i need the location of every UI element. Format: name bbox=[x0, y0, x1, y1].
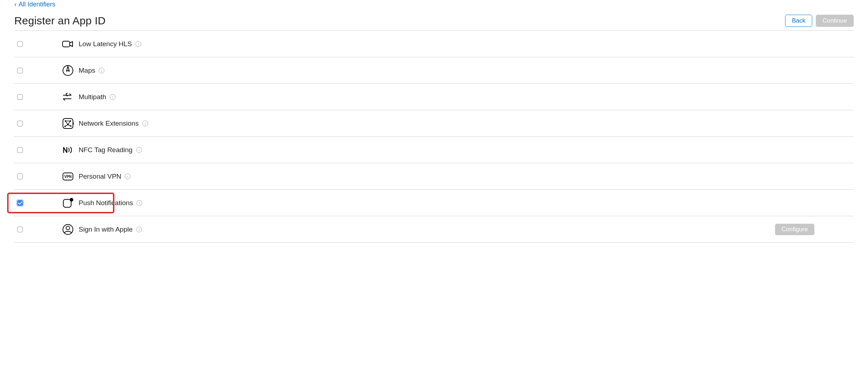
capability-row-push-notifications: Push Notificationsi bbox=[14, 190, 854, 216]
capability-checkbox-network-extensions[interactable] bbox=[17, 121, 23, 126]
person-circle-icon bbox=[62, 223, 74, 236]
capability-label: Sign In with Apple bbox=[79, 226, 133, 233]
capability-checkbox-low-latency-hls[interactable] bbox=[17, 41, 23, 47]
capability-row-personal-vpn: Personal VPNi bbox=[14, 163, 854, 190]
info-icon[interactable]: i bbox=[125, 174, 130, 179]
info-icon[interactable]: i bbox=[135, 41, 141, 47]
back-button[interactable]: Back bbox=[785, 15, 812, 27]
capability-label: Push Notifications bbox=[79, 199, 133, 207]
configure-button-sign-in-with-apple: Configure bbox=[775, 224, 814, 235]
capabilities-table: Low Latency HLSiMapsiMultipathiNetwork E… bbox=[14, 30, 854, 243]
info-icon[interactable]: i bbox=[142, 121, 148, 126]
all-identifiers-label: All Identifiers bbox=[19, 1, 55, 8]
capability-checkbox-sign-in-with-apple[interactable] bbox=[17, 227, 23, 232]
capability-checkbox-personal-vpn[interactable] bbox=[17, 174, 23, 179]
capability-row-sign-in-with-apple: Sign In with AppleiConfigure bbox=[14, 216, 854, 243]
vpn-badge-icon bbox=[62, 170, 74, 183]
page-title: Register an App ID bbox=[14, 15, 105, 27]
capability-checkbox-push-notifications[interactable] bbox=[17, 200, 23, 206]
capability-label: Maps bbox=[79, 67, 95, 74]
capability-row-multipath: Multipathi bbox=[14, 84, 854, 110]
capability-label: Network Extensions bbox=[79, 120, 139, 127]
network-graph-icon bbox=[62, 117, 74, 130]
capability-label: Multipath bbox=[79, 93, 106, 101]
video-camera-icon bbox=[62, 38, 74, 50]
continue-button: Continue bbox=[816, 15, 854, 27]
multipath-arrows-icon bbox=[62, 91, 74, 103]
info-icon[interactable]: i bbox=[99, 68, 104, 73]
info-icon[interactable]: i bbox=[137, 200, 142, 206]
capability-row-low-latency-hls: Low Latency HLSi bbox=[14, 31, 854, 57]
capability-checkbox-maps[interactable] bbox=[17, 68, 23, 73]
capability-label: Personal VPN bbox=[79, 173, 121, 180]
all-identifiers-link[interactable]: ‹ All Identifiers bbox=[14, 1, 55, 8]
info-icon[interactable]: i bbox=[136, 227, 142, 232]
capability-checkbox-multipath[interactable] bbox=[17, 94, 23, 100]
info-icon[interactable]: i bbox=[110, 94, 115, 100]
capability-row-nfc-tag-reading: NFC Tag Readingi bbox=[14, 137, 854, 163]
capability-label: Low Latency HLS bbox=[79, 40, 132, 48]
push-badge-icon bbox=[62, 197, 74, 209]
capability-checkbox-nfc-tag-reading[interactable] bbox=[17, 147, 23, 153]
compass-icon bbox=[62, 64, 74, 77]
info-icon[interactable]: i bbox=[136, 147, 142, 153]
chevron-left-icon: ‹ bbox=[14, 1, 16, 8]
capability-row-network-extensions: Network Extensionsi bbox=[14, 110, 854, 137]
capability-row-maps: Mapsi bbox=[14, 57, 854, 84]
nfc-waves-icon bbox=[62, 144, 74, 156]
capability-label: NFC Tag Reading bbox=[79, 146, 133, 154]
